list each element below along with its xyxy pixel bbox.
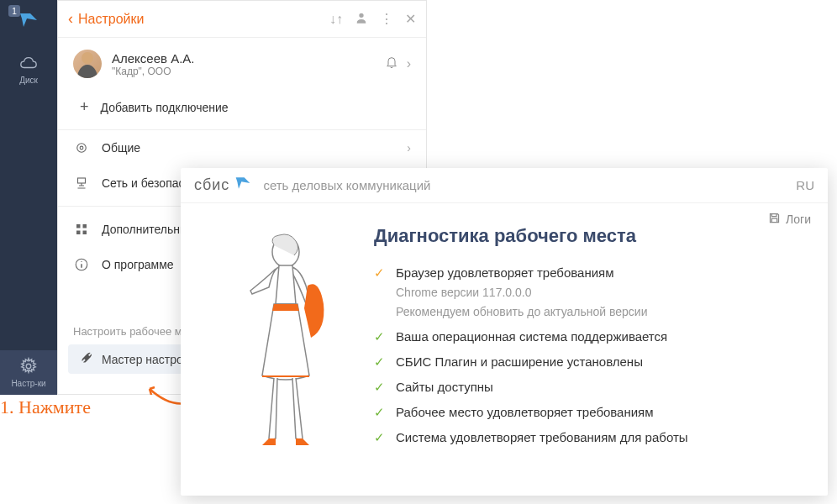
- sidebar-item-settings[interactable]: Настр-ки: [0, 350, 57, 395]
- diagnostic-window: сбис сеть деловых коммуникаций RU Логи: [181, 168, 828, 496]
- close-icon[interactable]: ✕: [405, 11, 416, 27]
- user-name: Алексеев А.А.: [112, 51, 385, 66]
- add-connection-row[interactable]: + Добавить подключение: [58, 90, 426, 129]
- menu-general-label: Общие: [102, 141, 140, 155]
- svg-rect-6: [76, 231, 81, 235]
- user-account-row[interactable]: Алексеев А.А. "Кадр", ООО ›: [58, 38, 426, 90]
- sort-icon[interactable]: ↓↑: [329, 12, 343, 27]
- diag-item: ✓ СБИС Плагин и расширение установлены: [374, 349, 811, 375]
- notification-badge: 1: [8, 5, 20, 17]
- diagnostic-content: Диагностика рабочего места ✓ Браузер удо…: [374, 217, 811, 480]
- back-icon[interactable]: ‹: [68, 10, 73, 28]
- check-icon: ✓: [374, 354, 387, 370]
- menu-about-label: О программе: [102, 258, 174, 271]
- chevron-right-icon: ›: [407, 56, 411, 71]
- bird-icon: [18, 10, 39, 34]
- bird-icon: [234, 175, 251, 196]
- svg-point-1: [77, 144, 87, 153]
- check-icon: ✓: [374, 329, 387, 344]
- person-icon[interactable]: [355, 11, 368, 28]
- diag-item: ✓ Ваша операционная система поддерживает…: [374, 324, 811, 349]
- check-icon: ✓: [374, 430, 387, 445]
- settings-title: Настройки: [78, 12, 318, 27]
- wrench-icon: [80, 351, 93, 367]
- save-icon: [768, 212, 781, 227]
- diagnostic-title: Диагностика рабочего места: [374, 225, 811, 247]
- menu-item-general[interactable]: Общие ›: [58, 130, 426, 165]
- bell-icon[interactable]: [385, 55, 398, 72]
- diag-item-text: СБИС Плагин и расширение установлены: [396, 354, 643, 369]
- network-icon: [73, 176, 90, 191]
- diag-item-text: Рабочее место удовлетворяет требованиям: [396, 405, 654, 419]
- svg-point-2: [80, 146, 83, 150]
- diag-subtext: Chrome версии 117.0.0.0: [374, 284, 811, 302]
- diag-item: ✓ Сайты доступны: [374, 375, 811, 400]
- brand-tagline: сеть деловых коммуникаций: [263, 178, 796, 192]
- diag-item-text: Система удовлетворяет требованиям для ра…: [396, 430, 688, 444]
- diagnostic-header: сбис сеть деловых коммуникаций RU: [181, 168, 828, 203]
- svg-rect-4: [76, 224, 81, 228]
- add-connection-label: Добавить подключение: [101, 101, 229, 114]
- check-icon: ✓: [374, 265, 387, 281]
- diag-subtext: Рекомендуем обновить до актуальной верси…: [374, 303, 811, 321]
- app-logo[interactable]: 1: [10, 7, 47, 37]
- diag-item-text: Ваша операционная система поддерживается: [396, 329, 667, 344]
- logs-label: Логи: [786, 213, 811, 226]
- user-org: "Кадр", ООО: [112, 66, 385, 77]
- svg-rect-5: [83, 224, 87, 228]
- app-sidebar: 1 Диск Настр-ки: [0, 0, 57, 395]
- svg-rect-7: [83, 231, 87, 235]
- annotation-1: 1. Нажмите: [0, 396, 91, 418]
- diag-item: ✓ Браузер удовлетворяет требованиям: [374, 260, 811, 286]
- sidebar-item-disk[interactable]: Диск: [19, 54, 38, 85]
- sidebar-settings-label: Настр-ки: [11, 379, 45, 388]
- info-icon: [73, 257, 90, 272]
- avatar: [73, 50, 102, 78]
- more-icon[interactable]: ⋮: [380, 11, 393, 27]
- check-icon: ✓: [374, 405, 387, 420]
- brand-logo: сбис: [194, 175, 251, 196]
- diag-item: ✓ Система удовлетворяет требованиям для …: [374, 425, 811, 450]
- settings-header: ‹ Настройки ↓↑ ⋮ ✕: [58, 1, 426, 38]
- check-icon: ✓: [374, 380, 387, 395]
- sidebar-disk-label: Диск: [19, 76, 38, 85]
- language-switch[interactable]: RU: [796, 178, 814, 192]
- svg-rect-3: [78, 178, 86, 183]
- svg-point-0: [26, 364, 31, 369]
- logs-button[interactable]: Логи: [768, 212, 811, 227]
- illustration: [197, 217, 374, 480]
- cloud-icon: [19, 54, 38, 72]
- gear-icon: [73, 140, 90, 155]
- plus-icon: +: [80, 98, 89, 116]
- chevron-right-icon: ›: [407, 141, 411, 155]
- gear-icon: [19, 357, 38, 375]
- diag-item: ✓ Рабочее место удовлетворяет требования…: [374, 400, 811, 425]
- diag-item-text: Сайты доступны: [396, 380, 493, 394]
- grid-icon: [73, 222, 90, 237]
- diag-item-text: Браузер удовлетворяет требованиям: [396, 265, 614, 280]
